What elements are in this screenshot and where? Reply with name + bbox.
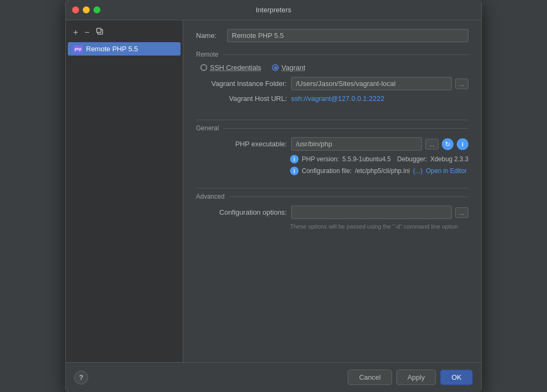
remote-section: Remote SSH Credentials Vagrant Vagrant I… xyxy=(196,51,468,107)
general-section-header: General xyxy=(196,124,468,132)
svg-rect-1 xyxy=(97,28,101,33)
remote-radio-group: SSH Credentials Vagrant xyxy=(200,64,468,72)
debugger-label: Debugger: xyxy=(397,155,427,163)
vagrant-host-row: Vagrant Host URL: ssh://vagrant@127.0.0.… xyxy=(196,95,468,103)
vagrant-host-url[interactable]: ssh://vagrant@127.0.0.1:2222 xyxy=(291,95,384,103)
content-panel: Name: Remote SSH Credentials Vagrant xyxy=(183,20,481,362)
php-version-label: PHP version: xyxy=(302,155,339,163)
maximize-button[interactable] xyxy=(93,6,100,13)
dialog-body: + − php Remote PHP 5.5 Name: xyxy=(66,20,481,362)
copy-interpreter-button[interactable] xyxy=(94,27,106,38)
php-version-value: 5.5.9-1ubuntu4.5 xyxy=(342,155,391,163)
radio-ssh-label: SSH Credentials xyxy=(210,64,261,72)
php-icon: php xyxy=(73,45,83,53)
radio-vagrant[interactable]: Vagrant xyxy=(272,64,306,72)
radio-ssh-credentials[interactable]: SSH Credentials xyxy=(200,64,261,72)
add-interpreter-button[interactable]: + xyxy=(71,27,80,38)
php-executable-label: PHP executable: xyxy=(196,140,287,148)
general-section: General PHP executable: ... ↻ i i PHP ve… xyxy=(196,124,468,175)
php-executable-input[interactable] xyxy=(291,137,422,151)
config-file-value: /etc/php5/cli/php.ini xyxy=(355,167,410,175)
minimize-button[interactable] xyxy=(83,6,90,13)
config-options-input[interactable] xyxy=(291,206,452,219)
radio-ssh-circle xyxy=(200,64,207,71)
php-executable-browse-button[interactable]: ... xyxy=(425,139,439,150)
vagrant-instance-field-row: ... xyxy=(291,77,468,90)
name-input[interactable] xyxy=(227,29,468,42)
apply-button[interactable]: Apply xyxy=(396,370,436,385)
config-options-browse-button[interactable]: ... xyxy=(455,207,468,218)
titlebar: Interpreters xyxy=(66,0,481,20)
footer-left: ? xyxy=(74,371,88,385)
cancel-button[interactable]: Cancel xyxy=(348,370,392,385)
refresh-php-button[interactable]: ↻ xyxy=(442,138,454,150)
sidebar-item-remote-php-55[interactable]: php Remote PHP 5.5 xyxy=(68,42,181,56)
sidebar-item-label: Remote PHP 5.5 xyxy=(86,45,138,53)
remove-interpreter-button[interactable]: − xyxy=(82,27,91,38)
section-separator-2 xyxy=(196,188,468,189)
sidebar-toolbar: + − xyxy=(66,25,183,42)
config-options-field-row: ... xyxy=(291,206,468,219)
php-executable-row: PHP executable: ... ↻ i xyxy=(196,137,468,151)
name-label: Name: xyxy=(196,32,223,40)
ok-button[interactable]: OK xyxy=(440,370,473,385)
config-options-hint: These options will be passed using the "… xyxy=(290,223,468,230)
section-separator-1 xyxy=(196,120,468,120)
config-file-link[interactable]: (...) xyxy=(413,167,423,175)
name-row: Name: xyxy=(196,29,468,42)
vagrant-instance-browse-button[interactable]: ... xyxy=(455,79,468,89)
vagrant-instance-label: Vagrant Instance Folder: xyxy=(196,80,287,88)
php-version-info-icon: i xyxy=(290,155,299,163)
close-button[interactable] xyxy=(72,6,79,13)
remote-section-header: Remote xyxy=(196,51,468,58)
php-version-row: i PHP version: 5.5.9-1ubuntu4.5 Debugger… xyxy=(290,155,468,163)
config-file-row: i Configuration file: /etc/php5/cli/php.… xyxy=(290,167,468,175)
radio-vagrant-label: Vagrant xyxy=(282,64,306,72)
php-info-button[interactable]: i xyxy=(457,138,468,150)
dialog-footer: ? Cancel Apply OK xyxy=(66,362,481,392)
config-options-row: Configuration options: ... xyxy=(196,206,468,219)
dialog-title: Interpreters xyxy=(256,6,291,14)
config-file-label: Configuration file: xyxy=(302,167,351,175)
sidebar: + − php Remote PHP 5.5 xyxy=(66,20,183,362)
footer-right: Cancel Apply OK xyxy=(348,370,473,385)
vagrant-instance-row: Vagrant Instance Folder: ... xyxy=(196,77,468,90)
vagrant-host-label: Vagrant Host URL: xyxy=(196,95,287,103)
open-in-editor-link[interactable]: Open in Editor xyxy=(426,167,467,175)
vagrant-instance-input[interactable] xyxy=(291,77,452,90)
help-button[interactable]: ? xyxy=(74,371,88,385)
advanced-section: Advanced Configuration options: ... Thes… xyxy=(196,193,468,230)
advanced-section-header: Advanced xyxy=(196,193,468,200)
debugger-value: Xdebug 2.3.3 xyxy=(431,155,468,163)
window-controls xyxy=(72,6,100,13)
interpreters-dialog: Interpreters + − php Remote PHP 5.5 xyxy=(65,0,482,392)
radio-vagrant-circle xyxy=(272,64,279,71)
config-file-info-icon: i xyxy=(290,167,299,175)
php-executable-field-row: ... ↻ i xyxy=(291,137,468,151)
config-options-label: Configuration options: xyxy=(196,208,287,216)
